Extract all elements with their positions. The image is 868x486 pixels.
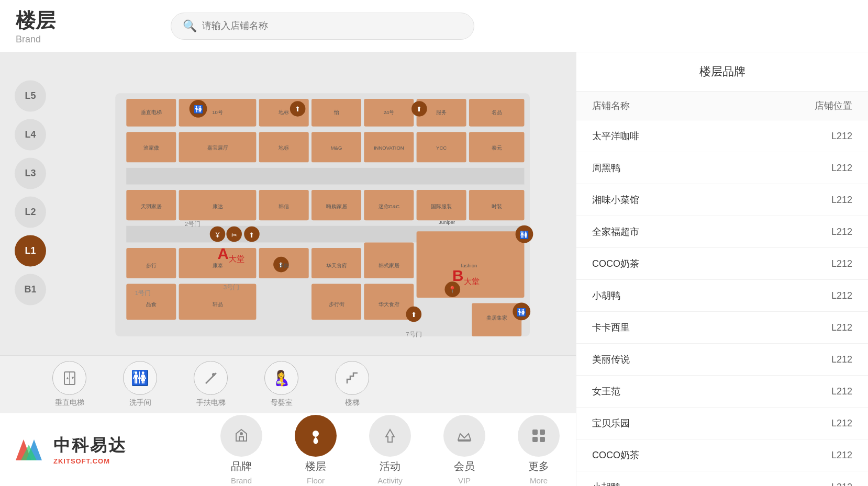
- floor-btn-b1[interactable]: B1: [15, 274, 46, 305]
- svg-text:时装: 时装: [492, 204, 502, 209]
- floor-btn-l4[interactable]: L4: [15, 119, 46, 150]
- nav-floor-label-zh: 楼层: [305, 459, 326, 473]
- nav-brand-label-en: Brand: [231, 476, 252, 485]
- logo-text-block: 中科易达 ZKITSOFT.COM: [53, 434, 127, 465]
- brand-item[interactable]: 小胡鸭 L212: [576, 471, 868, 486]
- nav-item-brand[interactable]: 品牌 Brand: [220, 415, 262, 485]
- svg-text:INNOVATION: INNOVATION: [374, 145, 404, 151]
- brand-name: COCO奶茶: [592, 449, 639, 461]
- svg-text:服务: 服务: [436, 109, 447, 115]
- col-name-label: 店铺名称: [592, 99, 630, 112]
- header-title: 楼层 Brand: [16, 7, 55, 45]
- elevator-icon-circle: ▲▼: [52, 361, 86, 395]
- map-area: L5 L4 L3 L2 L1 B1: [0, 52, 576, 355]
- escalator-icon-circle: [194, 361, 228, 395]
- floor-btn-l2[interactable]: L2: [15, 196, 46, 228]
- svg-text:乐购: 乐购: [279, 263, 289, 268]
- icon-stairs[interactable]: 楼梯: [335, 361, 369, 408]
- icon-restroom[interactable]: 🚻 洗手间: [123, 361, 157, 408]
- floor-btn-l1[interactable]: L1: [15, 235, 46, 266]
- search-input[interactable]: [202, 20, 462, 31]
- search-icon: 🔍: [183, 19, 197, 33]
- nav-item-floor[interactable]: 楼层 Floor: [295, 415, 337, 485]
- svg-text:2号门: 2号门: [185, 220, 201, 227]
- svg-rect-31: [364, 242, 414, 278]
- brand-item[interactable]: 卡卡西里 L212: [576, 312, 868, 344]
- svg-text:地标: 地标: [278, 109, 289, 115]
- nav-activity-icon: [369, 415, 411, 457]
- nav-item-more[interactable]: 更多 More: [518, 415, 560, 485]
- svg-text:韩式家居: 韩式家居: [379, 263, 399, 268]
- svg-text:🚻: 🚻: [517, 308, 527, 317]
- left-panel: L5 L4 L3 L2 L1 B1: [0, 52, 576, 486]
- logo-en-text: ZKITSOFT.COM: [53, 457, 127, 465]
- svg-rect-113: [540, 437, 545, 442]
- svg-rect-109: [458, 440, 471, 442]
- nav-brand-label-zh: 品牌: [231, 459, 252, 473]
- icon-escalator[interactable]: 手扶电梯: [194, 361, 228, 408]
- elevator-label: 垂直电梯: [55, 398, 84, 408]
- svg-text:3号门: 3号门: [224, 284, 239, 290]
- svg-text:▼: ▼: [71, 376, 75, 380]
- svg-text:垂直电梯: 垂直电梯: [141, 109, 162, 115]
- brand-item[interactable]: 湘味小菜馆 L212: [576, 184, 868, 216]
- brand-name: 女王范: [592, 385, 620, 398]
- svg-point-103: [212, 373, 215, 376]
- sub-title: Brand: [16, 34, 55, 45]
- brand-location: L212: [831, 258, 852, 269]
- svg-text:fashion: fashion: [461, 263, 477, 268]
- floor-btn-l5[interactable]: L5: [15, 80, 46, 111]
- svg-text:康泰: 康泰: [213, 263, 223, 268]
- svg-text:✂: ✂: [231, 232, 237, 239]
- svg-text:A: A: [217, 245, 228, 262]
- brand-item[interactable]: 美丽传说 L212: [576, 344, 868, 376]
- brand-name: 卡卡西里: [592, 321, 630, 334]
- nav-item-activity[interactable]: 活动 Activity: [369, 415, 411, 485]
- brand-item[interactable]: 全家福超市 L212: [576, 216, 868, 248]
- svg-text:国际服装: 国际服装: [431, 204, 452, 209]
- svg-text:天羽家居: 天羽家居: [141, 204, 162, 209]
- nav-vip-label-en: VIP: [458, 476, 471, 485]
- brand-name: 宝贝乐园: [592, 417, 630, 430]
- svg-text:⬆: ⬆: [411, 311, 417, 319]
- footer-nav: 中科易达 ZKITSOFT.COM 品牌 Brand: [0, 413, 576, 486]
- svg-text:Juniper: Juniper: [439, 219, 455, 225]
- brand-list[interactable]: 太平洋咖啡 L212 周黑鸭 L212 湘味小菜馆 L212 全家福超市 L21…: [576, 120, 868, 486]
- brand-item[interactable]: 周黑鸭 L212: [576, 152, 868, 184]
- nav-brand-icon: [220, 415, 262, 457]
- brand-item[interactable]: 女王范 L212: [576, 376, 868, 408]
- svg-text:¥: ¥: [215, 231, 220, 239]
- svg-text:步行街: 步行街: [329, 301, 344, 307]
- brand-item[interactable]: 小胡鸭 L212: [576, 280, 868, 312]
- nav-vip-icon: [443, 415, 485, 457]
- nav-more-label-zh: 更多: [528, 459, 549, 473]
- svg-text:轩品: 轩品: [213, 301, 223, 307]
- icon-nursing[interactable]: 🤱 母婴室: [264, 361, 298, 408]
- brand-name: 小胡鸭: [592, 481, 620, 486]
- svg-text:渔家傲: 渔家傲: [143, 145, 159, 151]
- nav-floor-label-en: Floor: [307, 476, 325, 485]
- brand-item[interactable]: 宝贝乐园 L212: [576, 408, 868, 439]
- floor-selector: L5 L4 L3 L2 L1 B1: [15, 80, 46, 305]
- svg-text:10号: 10号: [212, 109, 223, 115]
- svg-text:怡: 怡: [333, 109, 339, 115]
- brand-item[interactable]: COCO奶茶 L212: [576, 439, 868, 471]
- brand-location: L212: [831, 322, 852, 333]
- nav-activity-label-en: Activity: [377, 476, 403, 485]
- brand-item[interactable]: 太平洋咖啡 L212: [576, 120, 868, 152]
- brand-location: L212: [831, 163, 852, 174]
- svg-point-108: [313, 431, 319, 437]
- nav-more-icon: [518, 415, 560, 457]
- restroom-icon-circle: 🚻: [123, 361, 157, 395]
- icon-elevator[interactable]: ▲▼ 垂直电梯: [52, 361, 86, 408]
- brand-location: L212: [831, 227, 852, 238]
- logo-zh-text: 中科易达: [53, 434, 127, 457]
- right-panel: 楼层品牌 店铺名称 店铺位置 太平洋咖啡 L212 周黑鸭 L212 湘味小菜馆…: [576, 52, 868, 486]
- nav-items: 品牌 Brand 楼层 Floor 活动 Activity: [204, 415, 576, 485]
- svg-text:大堂: 大堂: [464, 277, 480, 286]
- svg-text:🚻: 🚻: [194, 105, 204, 114]
- nav-item-vip[interactable]: 会员 VIP: [443, 415, 485, 485]
- brand-item[interactable]: COCO奶茶 L212: [576, 248, 868, 280]
- svg-text:迷你G&C: 迷你G&C: [379, 204, 400, 209]
- floor-btn-l3[interactable]: L3: [15, 157, 46, 189]
